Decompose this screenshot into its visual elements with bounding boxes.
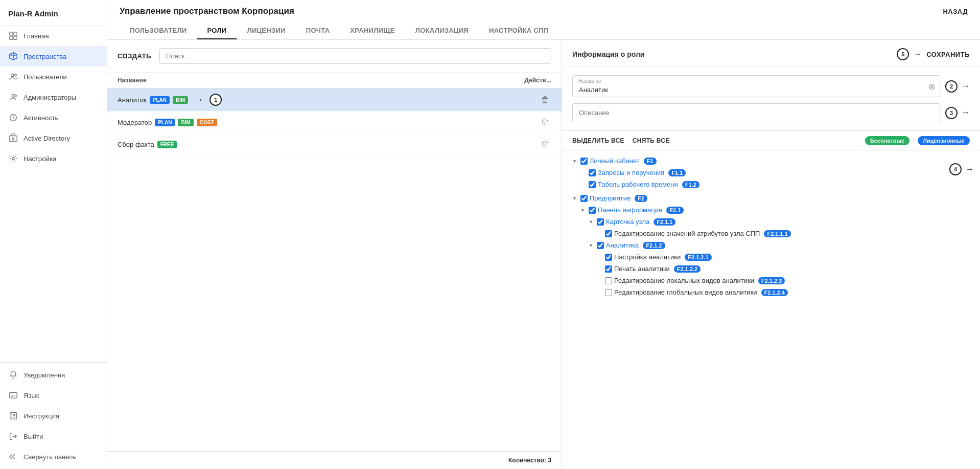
row-name-analitik: Аналитик PLAN BIM ← 1 bbox=[118, 94, 510, 106]
perm-code-f2: F2 bbox=[635, 195, 647, 202]
app-title: Plan-R Admin bbox=[0, 0, 107, 26]
perm-name-f2-1[interactable]: Панель информации bbox=[598, 206, 662, 214]
sidebar-item-ad[interactable]: Active Directory bbox=[0, 128, 107, 148]
badge-plan-1: PLAN bbox=[150, 96, 170, 104]
sidebar-item-language[interactable]: АЕI Язык bbox=[0, 385, 107, 406]
perm-code-f2-1-2: F2.1.2 bbox=[643, 242, 665, 249]
users-icon bbox=[8, 72, 18, 82]
perm-item-f2-1-2-3: Редактирование локальных видов аналитики… bbox=[572, 275, 936, 286]
search-input[interactable] bbox=[159, 48, 551, 64]
sidebar-item-manual[interactable]: Инструкция bbox=[0, 406, 107, 426]
perm-name-f2-1-2[interactable]: Аналитика bbox=[606, 241, 639, 249]
tabs-bar: ПОЛЬЗОВАТЕЛИ РОЛИ ЛИЦЕНЗИИ ПОЧТА ХРАНИЛИ… bbox=[120, 23, 968, 39]
checkbox-f2-1-2-2[interactable] bbox=[605, 265, 612, 273]
checkbox-f2-1-2-1[interactable] bbox=[605, 254, 612, 261]
perm-item-f2: ▼ Предприятие F2 bbox=[572, 192, 936, 204]
svg-point-5 bbox=[15, 75, 17, 77]
svg-point-10 bbox=[12, 158, 15, 160]
desc-field-input[interactable] bbox=[572, 103, 940, 122]
name-field-input[interactable] bbox=[572, 75, 940, 97]
badge-plan-2: PLAN bbox=[155, 119, 175, 126]
sidebar-item-activity[interactable]: Активность bbox=[0, 107, 107, 128]
badge-licensed-label: Лицензионные bbox=[918, 136, 970, 145]
sidebar-item-admins[interactable]: Администраторы bbox=[0, 87, 107, 107]
table-footer: Количество: 3 bbox=[107, 451, 562, 469]
clear-name-icon[interactable]: ⊗ bbox=[928, 81, 935, 91]
perm-name-f2-1-1-1: Редактирование значений атрибутов узла С… bbox=[614, 230, 760, 237]
checkbox-f1-1[interactable] bbox=[589, 169, 596, 176]
sidebar-label-ad: Active Directory bbox=[24, 135, 70, 142]
bell-icon bbox=[8, 370, 18, 380]
tab-spp[interactable]: НАСТРОЙКА СПП bbox=[479, 23, 558, 39]
perm-name-f2-1-2-3: Редактирование локальных видов аналитики bbox=[614, 277, 754, 284]
chevron-f2-1[interactable]: ▼ bbox=[580, 208, 587, 213]
checkbox-f2-1[interactable] bbox=[589, 207, 596, 214]
checkbox-f1[interactable] bbox=[580, 158, 588, 165]
checkbox-f1-2[interactable] bbox=[589, 181, 596, 188]
select-all-button[interactable]: ВЫДЕЛИТЬ ВСЕ bbox=[572, 137, 624, 144]
desc-field-wrapper bbox=[572, 103, 940, 122]
tab-storage[interactable]: ХРАНИЛИЩЕ bbox=[340, 23, 405, 39]
table-row[interactable]: Сбор факта FREE 🗑 bbox=[107, 133, 562, 155]
sort-icon: ↑ bbox=[149, 78, 151, 83]
badge-cost-2: COST bbox=[197, 119, 217, 126]
table-row[interactable]: Модератор PLAN BIM COST 🗑 bbox=[107, 111, 562, 133]
checkbox-f2-1-1[interactable] bbox=[597, 218, 604, 226]
tab-users[interactable]: ПОЛЬЗОВАТЕЛИ bbox=[120, 23, 197, 39]
sidebar-item-notifications[interactable]: Уведомления bbox=[0, 365, 107, 385]
logout-icon bbox=[8, 431, 18, 441]
main-content: Управление пространством Корпорация НАЗА… bbox=[107, 0, 980, 469]
roles-list-panel: СОЗДАТЬ Название ↑ Действ... Аналитик PL… bbox=[107, 40, 562, 469]
checkbox-f2-1-1-1[interactable] bbox=[605, 230, 612, 237]
permissions-toolbar: ВЫДЕЛИТЬ ВСЕ СНЯТЬ ВСЕ Бесплатные Лиценз… bbox=[562, 131, 980, 151]
perm-name-f1[interactable]: Личный кабинет bbox=[590, 157, 640, 165]
sidebar-item-collapse[interactable]: Свернуть панель bbox=[0, 446, 107, 467]
back-button[interactable]: НАЗАД bbox=[943, 8, 968, 15]
page-title: Управление пространством Корпорация bbox=[120, 6, 294, 16]
save-area: 5 → СОХРАНИТЬ bbox=[897, 48, 970, 60]
perm-item-f1-1: Запросы и поручения F1.1 bbox=[572, 167, 936, 178]
badge-free-label: Бесплатные bbox=[865, 136, 909, 145]
row-name-moderator: Модератор PLAN BIM COST bbox=[118, 119, 510, 126]
table-row[interactable]: Аналитик PLAN BIM ← 1 🗑 bbox=[107, 88, 562, 111]
perm-name-f2-1-1[interactable]: Карточка узла bbox=[606, 218, 649, 226]
perm-name-f2-1-2-2: Печать аналитики bbox=[614, 265, 670, 273]
perm-name-f1-2[interactable]: Табель рабочего времени bbox=[598, 181, 678, 188]
sidebar-item-spaces[interactable]: Пространства bbox=[0, 46, 107, 66]
role-info-panel: Информация о роли 5 → СОХРАНИТЬ Название… bbox=[562, 40, 980, 469]
arrow-left-2: → bbox=[961, 81, 970, 92]
sidebar-item-main[interactable]: Главная bbox=[0, 26, 107, 46]
perm-name-f2[interactable]: Предприятие bbox=[590, 194, 631, 202]
checkbox-f2[interactable] bbox=[580, 195, 588, 202]
sidebar-item-logout[interactable]: Выйти bbox=[0, 426, 107, 446]
sidebar-item-settings[interactable]: Настройки bbox=[0, 148, 107, 169]
arrow-left-1: ← bbox=[197, 95, 206, 105]
checkbox-f2-1-2[interactable] bbox=[597, 242, 604, 249]
tab-localization[interactable]: ЛОКАЛИЗАЦИЯ bbox=[405, 23, 479, 39]
create-button[interactable]: СОЗДАТЬ bbox=[118, 52, 151, 60]
save-button[interactable]: СОХРАНИТЬ bbox=[926, 51, 970, 58]
chevron-f1[interactable]: ▼ bbox=[572, 159, 578, 164]
row-actions-1: 🗑 bbox=[510, 94, 551, 105]
deselect-all-button[interactable]: СНЯТЬ ВСЕ bbox=[633, 137, 670, 144]
sidebar-label-admins: Администраторы bbox=[24, 94, 76, 101]
row-name-sborfakta: Сбор факта FREE bbox=[118, 141, 510, 148]
name-field-wrapper: Название ⊗ bbox=[572, 75, 940, 97]
sidebar-item-users[interactable]: Пользователи bbox=[0, 66, 107, 87]
checkbox-f2-1-2-4[interactable] bbox=[605, 289, 612, 296]
chevron-f2-1-2[interactable]: ▼ bbox=[589, 243, 595, 248]
perm-item-f2-1-2-2: Печать аналитики F2.1.2.2 bbox=[572, 263, 936, 275]
perm-code-f2-1-1: F2.1.1 bbox=[654, 218, 675, 226]
chevron-f2[interactable]: ▼ bbox=[572, 196, 578, 201]
delete-button-3[interactable]: 🗑 bbox=[539, 139, 551, 150]
perm-name-f1-1[interactable]: Запросы и поручения bbox=[598, 169, 664, 176]
tab-mail[interactable]: ПОЧТА bbox=[296, 23, 340, 39]
book-icon bbox=[8, 411, 18, 421]
tab-licenses[interactable]: ЛИЦЕНЗИИ bbox=[237, 23, 295, 39]
delete-button-1[interactable]: 🗑 bbox=[539, 94, 551, 105]
perm-item-f2-1-2-4: Редактирование глобальных видов аналитик… bbox=[572, 286, 936, 298]
checkbox-f2-1-2-3[interactable] bbox=[605, 277, 612, 284]
delete-button-2[interactable]: 🗑 bbox=[539, 117, 551, 128]
chevron-f2-1-1[interactable]: ▼ bbox=[589, 219, 595, 225]
tab-roles[interactable]: РОЛИ bbox=[197, 23, 237, 39]
